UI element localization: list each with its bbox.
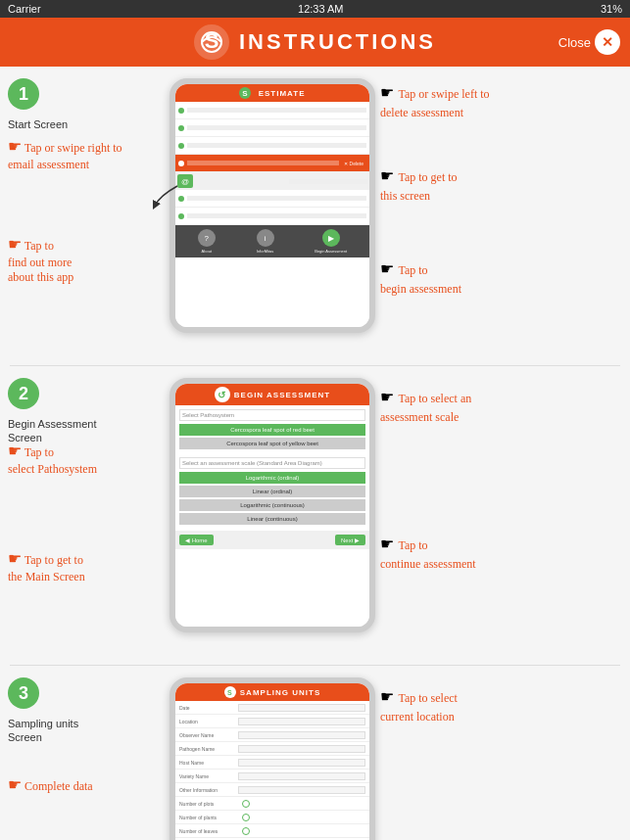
header-title: INSTRUCTIONS [239, 29, 436, 55]
scale-opt4: Linear (continuous) [179, 513, 365, 525]
ipad-mockup-2: ↺ BEGIN ASSESSMENT Select Pathosystem Ce… [170, 378, 375, 657]
swipe-action-row: @ [175, 172, 369, 190]
scale-opt2: Linear (ordinal) [179, 486, 365, 497]
app-logo: S [194, 24, 229, 60]
annotation3-complete: ☛ Complete data [8, 775, 93, 796]
screen1-title: S ESTIMATE [175, 84, 369, 102]
annotation1-swipe-email: ☛ Tap or swipe right toemail assessment [8, 137, 122, 172]
ipad-screen-1: S ESTIMATE [170, 78, 375, 333]
annotation2-main-screen: ☛ Tap to get tothe Main Screen [8, 549, 85, 584]
section2-left: 2 Begin Assessment Screen ☛ Tap toselect… [8, 378, 165, 657]
info-btn: i InforMitas [257, 229, 274, 254]
step-title-1: Start Screen [8, 117, 165, 131]
list-item-3 [175, 137, 369, 155]
tap-icon-6: ☛ [8, 549, 22, 570]
tap-icon-5: ☛ [8, 442, 22, 462]
tap-icon-7: ☛ [380, 388, 394, 406]
form-row-date: Date [175, 701, 369, 715]
screen2-footer: ◀ Home Next ▶ [175, 531, 369, 549]
form-row-leaves: Number of leaves [175, 824, 369, 838]
scale-label: Select an assessment scale (Standard Are… [179, 457, 365, 469]
form-row-location: Location [175, 715, 369, 728]
about-btn: ? About [198, 229, 216, 254]
annotation1-get-screen: ☛ Tap to get tothis screen [380, 166, 458, 205]
pathosystem-label: Select Pathosystem [179, 409, 365, 421]
tap-icon-2: ☛ [8, 235, 22, 256]
tap-icon-11: ☛ [380, 687, 394, 706]
begin-icon: ▶ [322, 229, 340, 247]
list-item-1 [175, 102, 369, 119]
screen2-title: ↺ BEGIN ASSESSMENT [175, 384, 369, 405]
scale-opt1: Logarithmic (ordinal) [179, 472, 365, 484]
step-badge-2: 2 [8, 378, 39, 409]
annotation3-location: ☛ Tap to selectcurrent location [380, 687, 458, 725]
ipad-mockup-3: S SAMPLING UNITS Date Location [170, 677, 375, 840]
step-badge-3: 3 [8, 677, 39, 709]
ipad-screen-2: ↺ BEGIN ASSESSMENT Select Pathosystem Ce… [170, 378, 375, 632]
info-icon: i [257, 229, 274, 247]
annotation2-scale: ☛ Tap to select anassessment scale [380, 388, 471, 426]
screen1-footer: ? About i InforMitas ▶ Begin Assessment [175, 225, 369, 257]
battery-text: 31% [601, 3, 622, 15]
section-2: 2 Begin Assessment Screen ☛ Tap toselect… [0, 366, 630, 665]
section3-right: ☛ Tap to selectcurrent location ☛ Tap es… [380, 677, 622, 840]
section-3: 3 Sampling units Screen ☛ Complete data … [0, 666, 630, 840]
form-row-pathogen: Pathogen Name [175, 742, 369, 756]
annotation1-find-out: ☛ Tap tofind out moreabout this app [8, 235, 73, 286]
screen3-title: S SAMPLING UNITS [175, 683, 369, 701]
close-icon[interactable]: ✕ [595, 29, 620, 55]
section1-left: 1 Start Screen ☛ Tap or swipe right toem… [8, 78, 165, 357]
begin-btn: ▶ Begin Assessment [315, 229, 347, 254]
delete-btn: ✕ Delete [341, 160, 366, 167]
ipad-mockup-1: S ESTIMATE [170, 78, 375, 357]
annotation2-pathosystem: ☛ Tap toselect Pathosystem [8, 442, 97, 477]
list-item-active: ✕ Delete [175, 155, 369, 172]
form-row-host: Host Name [175, 756, 369, 770]
list-item-6 [175, 208, 369, 225]
back-btn-2: ◀ Home [179, 535, 214, 545]
tap-icon-9: ☛ [8, 775, 22, 796]
close-label: Close [558, 35, 591, 50]
scale-opt3: Logarithmic (continuous) [179, 499, 365, 511]
annotation1-delete: ☛ Tap or swipe left todelete assessment [380, 83, 490, 121]
next-btn-2: Next ▶ [335, 535, 365, 545]
section-1: 1 Start Screen ☛ Tap or swipe right toem… [0, 67, 630, 365]
form-row-observer: Observer Name [175, 728, 369, 742]
carrier-text: Carrier [8, 3, 41, 15]
list-item-5 [175, 190, 369, 208]
tap-icon-8: ☛ [380, 535, 394, 553]
tap-icon-3: ☛ [380, 166, 394, 185]
status-bar: Carrier 12:33 AM 31% [0, 0, 630, 18]
section3-left: 3 Sampling units Screen ☛ Complete data … [8, 677, 165, 840]
tap-icon: ☛ [8, 137, 22, 158]
step-badge-1: 1 [8, 78, 39, 110]
form-row-plants: Number of plants [175, 811, 369, 824]
form-row-other: Other Information [175, 783, 369, 797]
swipe-icon: ☛ [380, 83, 394, 102]
pathosystem-opt2: Cercospora leaf spot of yellow beet [179, 438, 365, 449]
pathosystem-opt1: Cercospora leaf spot of red beet [179, 424, 365, 436]
refresh-icon: ↺ [215, 387, 230, 402]
tap-icon-4: ☛ [380, 259, 394, 278]
list-item-2 [175, 119, 369, 137]
section1-right: ☛ Tap or swipe left todelete assessment … [380, 78, 622, 357]
annotation2-continue: ☛ Tap tocontinue assessment [380, 535, 476, 573]
app-header: S INSTRUCTIONS Close ✕ [0, 18, 630, 67]
form-row-plots: Number of plots [175, 797, 369, 811]
annotation1-begin: ☛ Tap tobegin assessment [380, 259, 461, 298]
ipad-screen-3: S SAMPLING UNITS Date Location [170, 677, 375, 840]
close-button[interactable]: Close ✕ [558, 29, 620, 55]
about-icon: ? [198, 229, 216, 247]
email-icon: @ [177, 174, 193, 188]
step-title-3: Sampling units Screen [8, 717, 165, 745]
form-row-variety: Variety Name [175, 770, 369, 783]
time-text: 12:33 AM [298, 3, 343, 15]
section2-right: ☛ Tap to select anassessment scale ☛ Tap… [380, 378, 622, 657]
